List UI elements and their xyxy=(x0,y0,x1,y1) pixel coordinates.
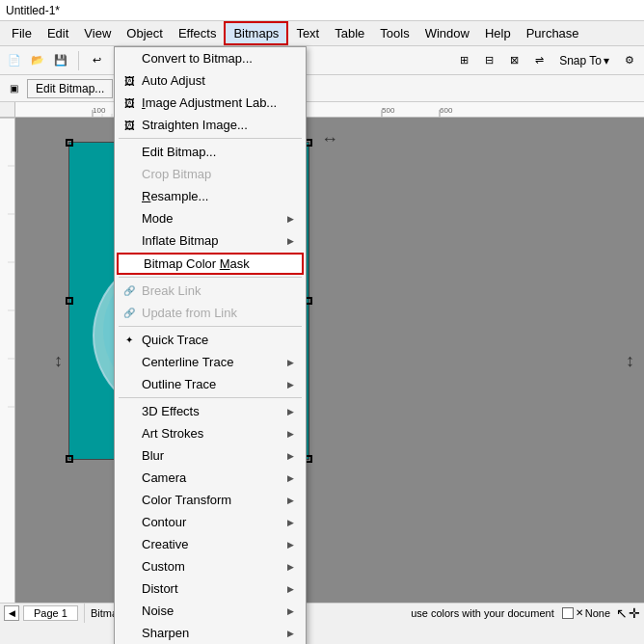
grid-btn1[interactable]: ⊞ xyxy=(453,50,474,71)
settings-btn[interactable]: ⚙ xyxy=(619,50,640,71)
menu-image-adj[interactable]: 🖼 Image Adjustment Lab... xyxy=(115,92,306,114)
bitmaps-dropdown: Convert to Bitmap... 🖼 Auto Adjust 🖼 Ima… xyxy=(114,46,307,644)
menu-3d-effects[interactable]: 3D Effects xyxy=(115,400,306,422)
sep2 xyxy=(119,277,302,278)
arrow-right: ↕ xyxy=(626,350,634,370)
menu-centerline[interactable]: Centerline Trace xyxy=(115,351,306,373)
edit-bitmap-label: Edit Bitmap... xyxy=(36,82,104,95)
x-mark: ✕ xyxy=(576,607,583,618)
menu-creative[interactable]: Creative xyxy=(115,533,306,555)
menu-edit[interactable]: Edit xyxy=(40,23,76,43)
quick-trace-icon: ✦ xyxy=(121,332,138,349)
menu-help[interactable]: Help xyxy=(477,23,519,43)
main-toolbar: 📄 📂 💾 ↩ ↪ 100.0 % 100.0 % ⊞ ⊟ ⊠ ⇌ Snap T… xyxy=(0,46,644,75)
snap-arrow: ▾ xyxy=(604,54,609,67)
menu-art-strokes[interactable]: Art Strokes xyxy=(115,422,306,444)
bitmap-toolbar: ▣ Edit Bitmap... ✦ Trace Bitmap ▾ ≫ xyxy=(0,75,644,102)
menu-straighten[interactable]: 🖼 Straighten Image... xyxy=(115,114,306,136)
menu-quick-trace[interactable]: ✦ Quick Trace xyxy=(115,329,306,351)
menu-purchase[interactable]: Purchase xyxy=(519,23,587,43)
ruler-vertical xyxy=(0,118,15,603)
menu-view[interactable]: View xyxy=(76,23,119,43)
menu-outline[interactable]: Outline Trace xyxy=(115,373,306,395)
menu-blur[interactable]: Blur xyxy=(115,444,306,467)
handle-bl[interactable] xyxy=(66,455,73,463)
snap-label: Snap To xyxy=(559,54,602,67)
page-tab-1[interactable]: Page 1 xyxy=(23,605,78,621)
mirror-btn[interactable]: ⇌ xyxy=(528,50,550,71)
menu-bitmaps[interactable]: Bitmaps xyxy=(224,21,288,45)
status-sep xyxy=(84,604,85,623)
menu-sharpen[interactable]: Sharpen xyxy=(115,622,306,644)
work-area-wrapper: 100 500 600 xyxy=(0,102,644,603)
page-nav-left[interactable]: ◀ xyxy=(4,605,19,621)
menu-object[interactable]: Object xyxy=(119,23,171,43)
menu-resample[interactable]: Resample... xyxy=(115,185,306,207)
menu-edit-bitmap[interactable]: Edit Bitmap... xyxy=(115,141,306,163)
menu-crop-bitmap: Crop Bitmap xyxy=(115,163,306,185)
menu-camera[interactable]: Camera xyxy=(115,467,306,489)
sep4 xyxy=(119,397,302,398)
handle-ml[interactable] xyxy=(66,297,73,305)
update-link-icon: 🔗 xyxy=(121,305,138,322)
status-bar: ◀ Page 1 Bitmap (RGB) on Layer 1 400 x 3… xyxy=(0,603,644,622)
menu-tools[interactable]: Tools xyxy=(372,23,416,43)
hint-text: use colors with your document xyxy=(411,607,554,619)
grid-btn3[interactable]: ⊠ xyxy=(503,50,524,71)
ruler-row: 100 500 600 xyxy=(0,102,644,118)
svg-text:100: 100 xyxy=(93,106,106,115)
edit-bitmap-btn[interactable]: Edit Bitmap... xyxy=(27,79,113,98)
menu-file[interactable]: File xyxy=(4,23,40,43)
menu-break-link: 🔗 Break Link xyxy=(115,280,306,302)
sep3 xyxy=(119,326,302,327)
svg-text:600: 600 xyxy=(440,106,453,115)
svg-text:500: 500 xyxy=(382,106,395,115)
break-link-icon: 🔗 xyxy=(121,282,138,300)
menu-noise[interactable]: Noise xyxy=(115,600,306,622)
new-btn[interactable]: 📄 xyxy=(4,50,25,71)
arrow-top: ↔ xyxy=(321,129,338,149)
to-bitmap-btn[interactable]: ▣ xyxy=(4,79,23,98)
arrow-left: ↕ xyxy=(54,350,63,370)
menu-color-transform[interactable]: Color Transform xyxy=(115,489,306,511)
cursor-icon: ↖ xyxy=(616,605,628,621)
canvas-area[interactable]: ↕ ↕ ↔ xyxy=(15,118,644,603)
none-label: None xyxy=(585,607,610,619)
menu-window[interactable]: Window xyxy=(417,23,477,43)
tool-group-file: 📄 📂 💾 xyxy=(4,50,71,71)
app-title: Untitled-1* xyxy=(6,4,60,17)
sep-1 xyxy=(78,51,79,70)
save-btn[interactable]: 💾 xyxy=(50,50,71,71)
menu-mode[interactable]: Mode xyxy=(115,207,306,229)
cursor-tools: ↖ ✛ xyxy=(616,605,640,621)
menu-distort[interactable]: Distort xyxy=(115,577,306,600)
auto-adjust-icon: 🖼 xyxy=(121,72,138,90)
open-btn[interactable]: 📂 xyxy=(27,50,48,71)
ruler-corner xyxy=(0,102,15,118)
color-swatches: ✕ None ↖ ✛ xyxy=(562,605,640,621)
ruler-horizontal: 100 500 600 xyxy=(15,102,644,118)
menu-convert-bitmap[interactable]: Convert to Bitmap... xyxy=(115,47,306,69)
menu-custom[interactable]: Custom xyxy=(115,555,306,577)
undo-btn[interactable]: ↩ xyxy=(86,50,107,71)
sep1 xyxy=(119,138,302,139)
handle-tl[interactable] xyxy=(66,139,73,147)
menu-auto-adjust[interactable]: 🖼 Auto Adjust xyxy=(115,69,306,92)
toolbar-right: ⊞ ⊟ ⊠ ⇌ Snap To ▾ ⚙ xyxy=(453,50,640,71)
image-adj-icon: 🖼 xyxy=(121,94,138,112)
stroke-swatch[interactable] xyxy=(562,607,574,619)
menu-bar: File Edit View Object Effects Bitmaps Te… xyxy=(0,21,644,46)
crosshair-icon: ✛ xyxy=(629,605,640,621)
canvas-row: ↕ ↕ ↔ xyxy=(0,118,644,603)
menu-contour[interactable]: Contour xyxy=(115,511,306,533)
title-bar: Untitled-1* xyxy=(0,0,644,21)
menu-color-mask[interactable]: Bitmap Color Mask xyxy=(117,253,304,275)
snap-to-btn[interactable]: Snap To ▾ xyxy=(553,51,615,70)
menu-table[interactable]: Table xyxy=(327,23,372,43)
menu-update-link: 🔗 Update from Link xyxy=(115,302,306,324)
grid-btn2[interactable]: ⊟ xyxy=(478,50,499,71)
menu-effects[interactable]: Effects xyxy=(171,23,225,43)
menu-text[interactable]: Text xyxy=(288,23,327,43)
straighten-icon: 🖼 xyxy=(121,117,138,134)
menu-inflate[interactable]: Inflate Bitmap xyxy=(115,229,306,252)
